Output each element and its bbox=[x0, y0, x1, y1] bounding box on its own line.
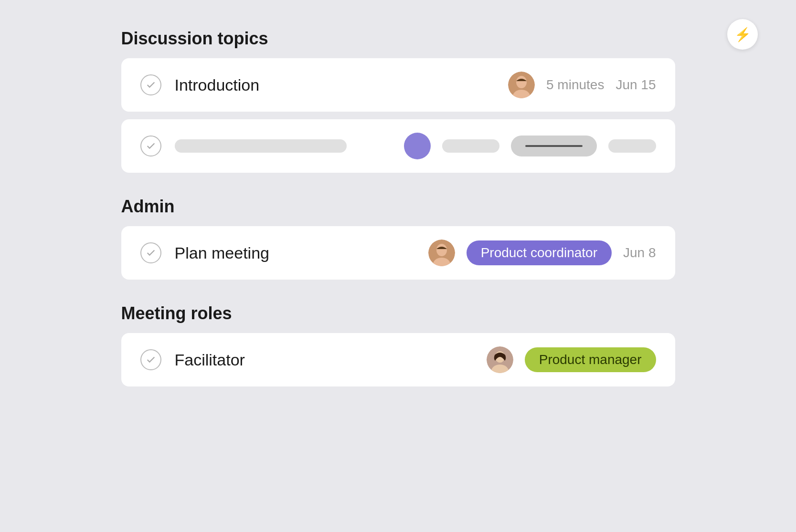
avatar bbox=[428, 240, 455, 266]
section-discussion-topics: Discussion topics Introduction bbox=[121, 29, 675, 173]
list-item bbox=[121, 119, 675, 173]
lightning-button[interactable]: ⚡ bbox=[727, 19, 758, 50]
item-date: Jun 8 bbox=[623, 245, 656, 261]
item-label-facilitator: Facilitator bbox=[175, 351, 487, 369]
lightning-icon: ⚡ bbox=[734, 27, 751, 42]
item-date: Jun 15 bbox=[616, 77, 656, 93]
avatar bbox=[508, 72, 535, 98]
section-title-admin: Admin bbox=[121, 197, 675, 217]
card-right-skeleton bbox=[404, 133, 656, 159]
item-label-introduction: Introduction bbox=[175, 76, 509, 94]
check-icon-skeleton bbox=[140, 136, 161, 156]
check-icon bbox=[140, 74, 161, 95]
card-right-introduction: 5 minutes Jun 15 bbox=[508, 72, 656, 98]
page-container: Discussion topics Introduction bbox=[64, 0, 732, 439]
list-item[interactable]: Plan meeting Product coordinator Jun 8 bbox=[121, 226, 675, 280]
card-right-plan-meeting: Product coordinator Jun 8 bbox=[428, 240, 656, 266]
badge-product-coordinator: Product coordinator bbox=[467, 240, 612, 265]
section-meeting-roles: Meeting roles Facilitator Product bbox=[121, 303, 675, 386]
section-title-meeting-roles: Meeting roles bbox=[121, 303, 675, 323]
list-item[interactable]: Introduction 5 minutes Jun 15 bbox=[121, 58, 675, 112]
card-right-facilitator: Product manager bbox=[487, 346, 656, 373]
svg-point-1 bbox=[516, 76, 527, 88]
skeleton-label bbox=[175, 139, 347, 153]
badge-product-manager: Product manager bbox=[525, 347, 656, 372]
svg-point-4 bbox=[436, 244, 447, 256]
item-label-plan-meeting: Plan meeting bbox=[175, 244, 428, 262]
check-icon bbox=[140, 242, 161, 263]
section-admin: Admin Plan meeting Product coordi bbox=[121, 197, 675, 280]
skeleton-date bbox=[608, 139, 656, 153]
list-item[interactable]: Facilitator Product manager bbox=[121, 333, 675, 386]
check-icon bbox=[140, 349, 161, 370]
skeleton-avatar bbox=[404, 133, 431, 159]
skeleton-badge bbox=[511, 136, 597, 156]
item-time: 5 minutes bbox=[546, 77, 604, 93]
section-title-discussion: Discussion topics bbox=[121, 29, 675, 49]
skeleton-time bbox=[442, 139, 499, 153]
avatar bbox=[487, 346, 513, 373]
